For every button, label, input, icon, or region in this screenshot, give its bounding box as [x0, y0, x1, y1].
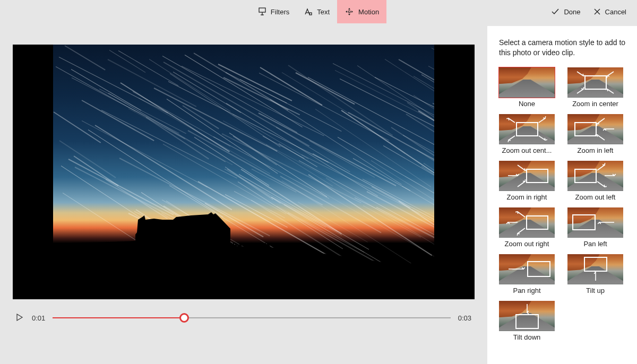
svg-point-5 — [348, 11, 350, 13]
seek-track[interactable] — [53, 311, 450, 324]
done-label: Done — [564, 8, 580, 16]
svg-rect-46 — [516, 315, 538, 328]
svg-line-23 — [539, 136, 545, 140]
motion-option-zoom_in_center[interactable]: Zoom in center — [567, 67, 623, 108]
svg-line-31 — [518, 181, 525, 187]
svg-rect-4 — [309, 13, 312, 15]
motion-option-label: Tilt down — [499, 333, 555, 341]
motion-thumb — [499, 161, 555, 191]
play-button[interactable] — [16, 314, 24, 322]
svg-rect-36 — [527, 216, 548, 229]
tab-filters[interactable]: Filters — [251, 0, 297, 23]
preview-image — [53, 45, 434, 299]
motion-option-zoom_out_left[interactable]: Zoom out left — [567, 161, 623, 201]
motion-icon — [345, 7, 354, 16]
motion-thumb — [567, 254, 623, 284]
motion-option-zoom_in_right[interactable]: Zoom in right — [499, 161, 555, 201]
motion-option-label: Tilt up — [567, 287, 623, 294]
motion-thumb — [499, 207, 555, 238]
motion-option-none[interactable]: None — [499, 67, 555, 108]
svg-line-21 — [539, 118, 545, 123]
svg-line-16 — [607, 72, 614, 76]
done-button[interactable]: Done — [545, 0, 587, 23]
motion-option-label: Pan right — [499, 287, 555, 294]
svg-line-18 — [607, 89, 614, 93]
playback-bar: 0:01 0:03 — [13, 299, 475, 336]
motion-option-pan_right[interactable]: Pan right — [499, 254, 555, 294]
motion-option-tilt_up[interactable]: Tilt up — [567, 254, 623, 294]
motion-thumb — [499, 114, 555, 144]
motion-thumb — [567, 67, 623, 98]
svg-line-33 — [597, 165, 605, 170]
svg-rect-32 — [575, 169, 596, 183]
time-current: 0:01 — [32, 314, 45, 322]
svg-line-35 — [597, 181, 605, 187]
motion-option-label: Zoom in left — [567, 146, 623, 154]
motion-thumb — [567, 161, 623, 191]
tab-motion[interactable]: Motion — [337, 0, 386, 23]
top-toolbar: Filters Text Motion Done Cancel — [0, 0, 637, 23]
motion-option-label: Pan left — [567, 240, 623, 248]
motion-option-zoom_in_left[interactable]: Zoom in left — [567, 114, 623, 154]
svg-rect-44 — [584, 257, 607, 271]
tab-text[interactable]: Text — [297, 0, 337, 23]
svg-rect-40 — [573, 215, 595, 230]
motion-panel: Select a camera motion style to add to t… — [487, 26, 637, 364]
svg-line-39 — [518, 228, 525, 233]
svg-rect-19 — [517, 123, 538, 136]
tab-text-label: Text — [317, 8, 330, 16]
svg-line-15 — [577, 72, 583, 76]
time-total: 0:03 — [458, 314, 471, 322]
svg-line-37 — [518, 212, 525, 217]
motion-thumb — [567, 114, 623, 144]
motion-option-zoom_out_center[interactable]: Zoom out cent... — [499, 114, 555, 154]
video-preview[interactable] — [13, 45, 475, 299]
filters-icon — [258, 7, 266, 16]
svg-rect-0 — [259, 8, 265, 12]
motion-thumb — [499, 254, 555, 284]
text-icon — [304, 7, 313, 16]
motion-option-pan_left[interactable]: Pan left — [567, 207, 623, 248]
motion-option-label: Zoom out right — [499, 240, 555, 248]
svg-line-27 — [597, 135, 605, 140]
motion-option-label: Zoom in center — [567, 100, 623, 108]
motion-option-label: Zoom out cent... — [499, 146, 555, 154]
motion-option-label: None — [499, 100, 555, 108]
svg-rect-24 — [575, 123, 596, 136]
svg-rect-42 — [528, 262, 550, 276]
check-icon — [551, 7, 559, 16]
motion-thumb — [499, 301, 555, 331]
cancel-label: Cancel — [605, 8, 626, 16]
motion-option-label: Zoom in right — [499, 193, 555, 201]
svg-line-17 — [577, 89, 583, 93]
motion-panel-description: Select a camera motion style to add to t… — [499, 38, 627, 58]
cancel-button[interactable]: Cancel — [587, 0, 633, 23]
motion-option-tilt_down[interactable]: Tilt down — [499, 301, 555, 341]
svg-rect-28 — [527, 169, 548, 183]
close-icon — [593, 8, 601, 15]
svg-line-22 — [509, 136, 515, 140]
svg-line-29 — [518, 165, 525, 170]
tab-motion-label: Motion — [358, 8, 379, 16]
seek-thumb[interactable] — [179, 313, 189, 323]
svg-rect-14 — [585, 76, 606, 89]
motion-option-label: Zoom out left — [567, 193, 623, 201]
motion-thumb — [499, 67, 555, 98]
motion-option-zoom_out_right[interactable]: Zoom out right — [499, 207, 555, 248]
svg-line-20 — [509, 118, 515, 123]
svg-line-25 — [597, 118, 605, 124]
motion-thumb — [567, 207, 623, 238]
tab-filters-label: Filters — [271, 8, 289, 16]
